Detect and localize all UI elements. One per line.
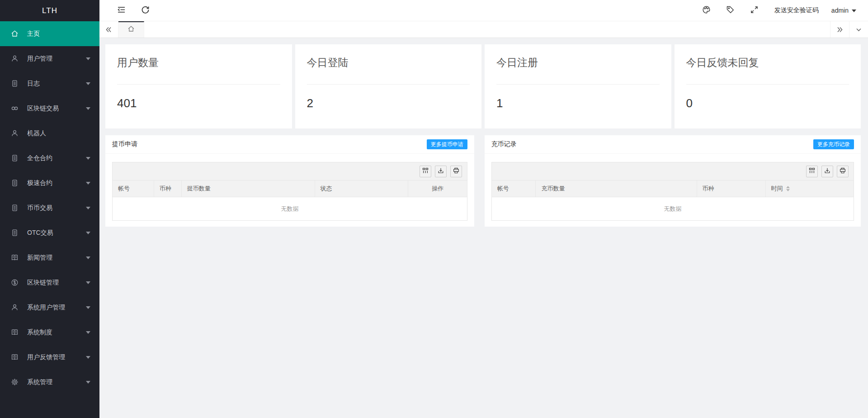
stat-card-title: 今日注册 [496, 56, 660, 84]
panel-1: 充币记录更多充币记录帐号充币数量币种时间无数据 [485, 135, 861, 227]
table-header-row: 帐号币种提币数量状态操作 [113, 180, 467, 197]
toolbar-print-button[interactable] [837, 166, 849, 177]
stat-card-3: 今日反馈未回复0 [675, 44, 861, 128]
sidebar-item-label: OTC交易 [27, 229, 86, 237]
user-dropdown[interactable]: admin [827, 7, 864, 14]
sidebar-item-label: 新闻管理 [27, 254, 86, 262]
toolbar-export-button[interactable] [435, 166, 447, 177]
sidebar-item-9[interactable]: 新闻管理 [0, 245, 99, 270]
toolbar-export-button[interactable] [821, 166, 833, 177]
sidebar-item-13[interactable]: 用户反馈管理 [0, 345, 99, 370]
gear-icon [11, 378, 19, 386]
stat-card-title: 今日反馈未回复 [686, 56, 849, 84]
table-empty-message: 无数据 [492, 197, 854, 220]
data-table: 帐号充币数量币种时间无数据 [491, 162, 854, 221]
print-icon [453, 167, 459, 175]
tabs-scroll-right-button[interactable] [830, 21, 849, 38]
sidebar-item-11[interactable]: 系统用户管理 [0, 295, 99, 320]
toolbar-columns-button[interactable] [420, 166, 431, 177]
column-header-label: 操作 [432, 185, 443, 193]
username: admin [831, 7, 849, 14]
stat-card-value: 401 [117, 96, 280, 110]
stat-card-0: 用户数量401 [105, 44, 292, 128]
chevron-down-icon [852, 10, 856, 12]
panel-title: 充币记录 [491, 140, 517, 148]
stat-card-1: 今日登陆2 [295, 44, 482, 128]
sidebar-item-label: 用户反馈管理 [27, 353, 86, 361]
chevron-down-icon [86, 232, 90, 234]
sidebar-item-label: 日志 [27, 80, 86, 88]
sort-icon[interactable] [786, 186, 790, 191]
panel-header: 充币记录更多充币记录 [485, 135, 861, 154]
admin-app: LTH 主页用户管理日志区块链交易机器人全仓合约极速合约币币交易OTC交易新闻管… [0, 0, 868, 418]
app-logo: LTH [0, 0, 99, 21]
fullscreen-icon [750, 5, 759, 16]
sidebar-item-5[interactable]: 全仓合约 [0, 146, 99, 171]
panel-title: 提币申请 [112, 140, 137, 148]
export-icon [438, 167, 444, 175]
column-header: 时间 [766, 180, 854, 197]
news-icon [11, 254, 19, 261]
column-header: 操作 [408, 180, 467, 197]
sidebar-item-label: 系统管理 [27, 378, 86, 386]
table-toolbar [492, 162, 854, 180]
panels: 提币申请更多提币申请帐号币种提币数量状态操作无数据充币记录更多充币记录帐号充币数… [105, 135, 861, 227]
column-header-label: 帐号 [497, 185, 509, 193]
tabs-menu-button[interactable] [849, 21, 868, 38]
send-security-code-button[interactable]: 发送安全验证码 [766, 6, 827, 14]
column-header: 提币数量 [182, 180, 315, 197]
sidebar-item-0[interactable]: 主页 [0, 21, 99, 46]
sidebar-item-3[interactable]: 区块链交易 [0, 96, 99, 121]
sidebar-item-7[interactable]: 币币交易 [0, 195, 99, 220]
column-header: 帐号 [492, 180, 536, 197]
sidebar-item-label: 系统用户管理 [27, 304, 86, 312]
column-header: 状态 [315, 180, 409, 197]
home-icon [127, 25, 135, 34]
sidebar-item-6[interactable]: 极速合约 [0, 171, 99, 195]
sidebar-item-2[interactable]: 日志 [0, 71, 99, 96]
document-icon [11, 179, 19, 187]
column-header: 币种 [154, 180, 182, 197]
palette-icon [702, 5, 711, 16]
column-header-label: 币种 [703, 185, 714, 193]
more-button[interactable]: 更多提币申请 [427, 139, 467, 149]
table-empty-message: 无数据 [113, 197, 467, 220]
stat-card-2: 今日注册1 [485, 44, 671, 128]
main-area: 发送安全验证码 admin [99, 0, 868, 418]
user-icon [11, 55, 19, 62]
sidebar-item-14[interactable]: 系统管理 [0, 370, 99, 394]
toolbar-columns-button[interactable] [806, 166, 818, 177]
tag-button[interactable] [718, 0, 742, 21]
toolbar-print-button[interactable] [450, 166, 462, 177]
more-button[interactable]: 更多充币记录 [813, 139, 854, 149]
column-header-label: 时间 [771, 185, 783, 193]
chevron-down-icon [86, 281, 90, 284]
chevron-down-icon [86, 157, 90, 160]
sidebar-item-4[interactable]: 机器人 [0, 121, 99, 146]
stat-cards: 用户数量401今日登陆2今日注册1今日反馈未回复0 [105, 44, 861, 128]
chevron-down-icon [86, 57, 90, 60]
topbar: 发送安全验证码 admin [99, 0, 868, 21]
sidebar-item-1[interactable]: 用户管理 [0, 46, 99, 71]
sidebar-item-8[interactable]: OTC交易 [0, 220, 99, 245]
chevron-down-icon [86, 256, 90, 259]
document-icon [11, 229, 19, 237]
collapse-menu-button[interactable] [109, 0, 133, 21]
column-header-label: 币种 [160, 185, 171, 193]
column-header: 帐号 [113, 180, 154, 197]
refresh-button[interactable] [133, 0, 157, 21]
chevron-down-icon [86, 356, 90, 359]
stat-card-title: 用户数量 [117, 56, 280, 84]
sidebar-item-label: 机器人 [27, 129, 90, 138]
dollar-circle-icon [11, 279, 19, 286]
tab-home[interactable] [118, 21, 144, 38]
sidebar-item-12[interactable]: 系统制度 [0, 320, 99, 345]
theme-button[interactable] [694, 0, 718, 21]
column-header-label: 帐号 [118, 185, 130, 193]
fullscreen-button[interactable] [742, 0, 766, 21]
sidebar-item-10[interactable]: 区块链管理 [0, 270, 99, 295]
content: 用户数量401今日登陆2今日注册1今日反馈未回复0 提币申请更多提币申请帐号币种… [99, 38, 868, 418]
stat-card-value: 2 [307, 96, 470, 110]
tabs-scroll-left-button[interactable] [99, 21, 118, 38]
stat-card-value: 0 [686, 96, 849, 110]
